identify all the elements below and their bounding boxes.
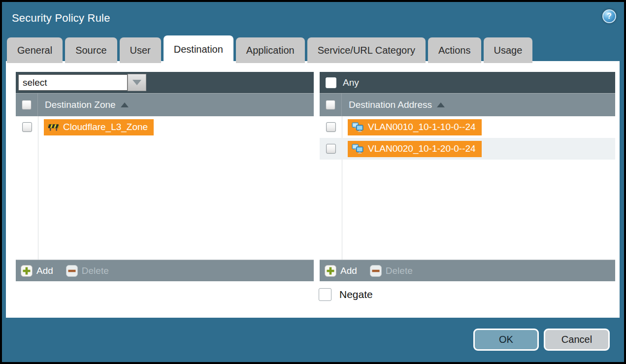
zone-item[interactable]: Cloudflare_L3_Zone [44,119,154,135]
negate-checkbox[interactable] [319,288,331,301]
address-list: VLAN0010_10-1-10-0--24 [320,116,615,260]
table-row: VLAN0020_10-1-20-0--24 [320,138,615,160]
delete-icon [66,265,78,277]
address-row-checkbox[interactable] [326,122,336,132]
add-icon [21,265,33,277]
tab-usage[interactable]: Usage [484,37,533,63]
any-checkbox-group: Any [322,77,359,88]
zone-select-combo [18,74,146,91]
destination-address-panel: Any Destination Address [320,72,615,281]
address-table-header: Destination Address [320,93,615,116]
add-icon [325,265,336,277]
address-add-button[interactable]: Add [325,265,357,277]
destination-zone-panel: Destination Zone [16,72,314,281]
screenshot-frame: Security Policy Rule ? General Source Us… [0,0,626,364]
address-item[interactable]: VLAN0020_10-1-20-0--24 [348,141,482,157]
tab-user[interactable]: User [120,37,161,63]
address-delete-button[interactable]: Delete [370,265,413,277]
address-add-label: Add [340,265,357,276]
tab-source[interactable]: Source [65,37,117,63]
cancel-button[interactable]: Cancel [544,329,610,351]
zone-panel-toolbar [16,72,314,93]
tab-actions[interactable]: Actions [428,37,481,63]
table-row: Cloudflare_L3_Zone [16,116,314,138]
ok-button[interactable]: OK [473,329,539,351]
any-label: Any [343,77,359,88]
zone-add-label: Add [36,265,53,276]
address-panel-footer: Add Delete [320,260,615,281]
address-item-label: VLAN0010_10-1-10-0--24 [368,122,476,132]
address-item-label: VLAN0020_10-1-20-0--24 [368,143,476,154]
zone-column-header[interactable]: Destination Zone [45,99,116,110]
address-row-checkbox[interactable] [326,144,336,154]
negate-label: Negate [339,289,373,300]
dialog-titlebar: Security Policy Rule ? [2,2,624,33]
address-panel-toolbar: Any [320,72,615,93]
zone-select-all-checkbox[interactable] [22,100,32,110]
zone-delete-button[interactable]: Delete [66,265,109,277]
dialog-title: Security Policy Rule [12,12,110,25]
address-select-all-checkbox[interactable] [326,100,335,110]
zone-panel-footer: Add Delete [16,260,314,281]
address-icon [352,122,364,132]
zone-add-button[interactable]: Add [21,265,53,277]
chevron-down-icon [132,80,141,85]
zone-select-dropdown-button[interactable] [128,74,146,91]
zone-delete-label: Delete [82,265,109,276]
address-item[interactable]: VLAN0010_10-1-10-0--24 [348,119,482,135]
address-icon [352,144,364,154]
any-checkbox[interactable] [326,77,336,88]
address-column-header[interactable]: Destination Address [349,99,432,110]
tab-service-url-category[interactable]: Service/URL Category [307,37,426,63]
security-policy-rule-dialog: Security Policy Rule ? General Source Us… [2,2,624,362]
negate-group: Negate [319,288,373,301]
tab-bar: General Source User Destination Applicat… [7,35,532,63]
sort-ascending-icon[interactable] [121,102,129,107]
tab-general[interactable]: General [7,37,63,63]
zone-item-label: Cloudflare_L3_Zone [63,122,148,132]
zone-select-input[interactable] [18,74,128,91]
zone-table-header: Destination Zone [16,93,314,116]
zone-icon [48,123,59,131]
zone-row-checkbox[interactable] [22,122,32,132]
sort-ascending-icon[interactable] [437,102,445,107]
zone-list: Cloudflare_L3_Zone [16,116,314,260]
help-icon[interactable]: ? [602,9,616,23]
tab-application[interactable]: Application [236,37,305,63]
delete-icon [370,265,382,277]
table-row: VLAN0010_10-1-10-0--24 [320,116,615,138]
tab-content-destination: Destination Zone [6,61,620,318]
address-delete-label: Delete [386,265,413,276]
tab-destination[interactable]: Destination [164,35,233,63]
